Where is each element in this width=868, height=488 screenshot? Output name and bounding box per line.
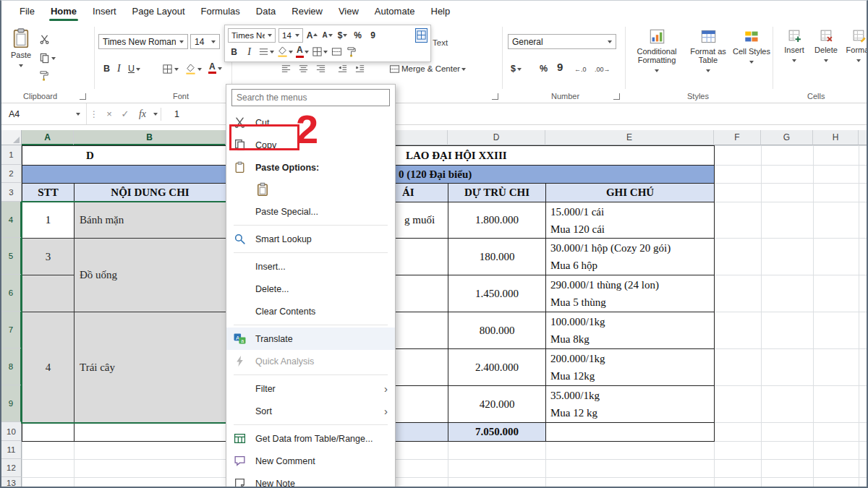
- merge-cells-mini-button[interactable]: [331, 45, 343, 59]
- cell-partial[interactable]: [859, 386, 868, 423]
- font-name-combo[interactable]: Times New Roman: [98, 34, 188, 49]
- cell-partial[interactable]: [859, 349, 868, 386]
- cell-d8[interactable]: 2.400.000: [448, 349, 546, 386]
- cell-h6[interactable]: [814, 275, 859, 312]
- cell-partial[interactable]: [859, 478, 868, 488]
- cell-g8[interactable]: [762, 349, 814, 386]
- cell-g9[interactable]: [762, 386, 814, 423]
- table-borders-active-button[interactable]: [415, 28, 427, 43]
- menu-item-filter[interactable]: Filter ›: [226, 377, 395, 400]
- cell-h3[interactable]: [814, 184, 859, 202]
- decrease-indent-button[interactable]: [337, 62, 348, 75]
- cell-f6[interactable]: [715, 275, 762, 312]
- increase-decimal-button[interactable]: ←.0: [574, 63, 587, 76]
- cell-f5[interactable]: [715, 239, 762, 275]
- menu-item-paste-special[interactable]: Paste Special...: [226, 200, 395, 223]
- tab-file[interactable]: File: [12, 1, 43, 22]
- alignment-dialog-launcher-icon[interactable]: [492, 93, 498, 100]
- row-header-6[interactable]: 6: [1, 275, 22, 312]
- formula-value[interactable]: 1: [174, 109, 179, 119]
- comma-style-mini-button[interactable]: 9: [367, 28, 379, 43]
- cell-d3-dutru[interactable]: DỰ TRÙ CHI: [448, 184, 546, 202]
- tab-help[interactable]: Help: [423, 1, 459, 22]
- cell-partial[interactable]: [859, 146, 868, 166]
- cell-e3-ghichu[interactable]: GHI CHÚ: [546, 184, 715, 202]
- cell-d5[interactable]: 180.000: [448, 239, 546, 275]
- cell-b4[interactable]: Bánh mặn: [75, 202, 226, 239]
- tab-formulas[interactable]: Formulas: [193, 1, 248, 22]
- cell-d4[interactable]: 1.800.000: [448, 202, 546, 239]
- select-all-corner[interactable]: [1, 130, 22, 145]
- cell-partial[interactable]: [859, 423, 868, 442]
- cell-f1[interactable]: [715, 146, 762, 166]
- insert-function-icon[interactable]: fx: [133, 108, 152, 120]
- italic-button[interactable]: I: [117, 62, 121, 75]
- column-header-e[interactable]: E: [545, 130, 714, 145]
- font-color-mini-button[interactable]: A: [296, 45, 309, 59]
- menu-item-translate[interactable]: Aa Translate: [226, 328, 395, 350]
- align-right-button[interactable]: [315, 62, 326, 75]
- cell-h5[interactable]: [814, 239, 859, 275]
- tab-automate[interactable]: Automate: [367, 1, 423, 22]
- borders-button[interactable]: [162, 62, 179, 75]
- percent-style-button[interactable]: %: [540, 62, 548, 75]
- cell-f12[interactable]: [715, 460, 762, 478]
- cancel-icon[interactable]: ×: [101, 108, 117, 119]
- cell-a4-active[interactable]: 1: [22, 202, 75, 239]
- borders-mini-button[interactable]: [312, 45, 328, 59]
- cell-g11[interactable]: [762, 442, 814, 460]
- cell-f2[interactable]: [715, 166, 762, 184]
- format-painter-button[interactable]: [39, 69, 50, 82]
- cell-d6[interactable]: 1.450.000: [448, 275, 546, 312]
- cell-d9[interactable]: 420.000: [448, 386, 546, 423]
- cell-h4[interactable]: [814, 202, 859, 239]
- column-header-g[interactable]: G: [761, 130, 813, 145]
- row-header-13[interactable]: 13: [1, 477, 22, 488]
- menu-item-cut[interactable]: Cut: [226, 111, 395, 134]
- row-header-11[interactable]: 11: [1, 441, 22, 459]
- column-header-partial[interactable]: [859, 130, 868, 145]
- enter-check-icon[interactable]: ✓: [117, 108, 133, 119]
- cell-f11[interactable]: [715, 442, 762, 460]
- cell-f9[interactable]: [715, 386, 762, 423]
- row-header-3[interactable]: 3: [1, 183, 22, 202]
- cell-e4[interactable]: 15.000/1 cáiMua 120 cái: [546, 202, 715, 239]
- row-header-4[interactable]: 4: [1, 202, 22, 238]
- column-header-b[interactable]: B: [74, 130, 226, 145]
- cell-b13[interactable]: [75, 478, 226, 488]
- cell-f8[interactable]: [715, 349, 762, 386]
- cell-e11[interactable]: [546, 442, 715, 460]
- percent-mini-button[interactable]: %: [352, 28, 364, 43]
- cell-a11[interactable]: [22, 442, 75, 460]
- cell-partial[interactable]: [859, 202, 868, 239]
- cell-g7[interactable]: [762, 312, 814, 349]
- name-box[interactable]: A4: [1, 103, 87, 124]
- insert-cells-button[interactable]: Insert: [780, 28, 809, 64]
- row-header-2[interactable]: 2: [1, 165, 22, 183]
- increase-indent-button[interactable]: [354, 62, 365, 75]
- cell-e10[interactable]: [546, 423, 715, 442]
- cell-g3[interactable]: [762, 184, 814, 202]
- cell-partial[interactable]: [859, 166, 868, 184]
- cell-g10[interactable]: [762, 423, 814, 442]
- paste-button[interactable]: Paste: [6, 28, 36, 69]
- cell-d12[interactable]: [448, 460, 546, 478]
- font-size-combo[interactable]: 14: [190, 34, 220, 49]
- cell-g1[interactable]: [762, 146, 814, 166]
- accounting-format-mini-button[interactable]: $: [336, 28, 349, 43]
- mini-font-name-combo[interactable]: Times Ne: [228, 28, 276, 43]
- cell-h2[interactable]: [814, 166, 859, 184]
- cell-e13[interactable]: [546, 478, 715, 488]
- cell-e8[interactable]: 200.000/1kgMua 12kg: [546, 349, 715, 386]
- cell-h7[interactable]: [814, 312, 859, 349]
- cell-partial[interactable]: [859, 312, 868, 349]
- menu-item-new-comment[interactable]: New Comment: [226, 450, 395, 472]
- row-header-5[interactable]: 5: [1, 238, 22, 275]
- cell-g13[interactable]: [762, 478, 814, 488]
- cell-b5-merged[interactable]: Đồ uống: [75, 239, 226, 312]
- fill-color-button[interactable]: [185, 62, 202, 75]
- menu-item-delete[interactable]: Delete...: [226, 278, 395, 300]
- row-header-12[interactable]: 12: [1, 459, 22, 477]
- comma-style-button[interactable]: 9: [557, 60, 563, 73]
- cell-g6[interactable]: [762, 275, 814, 312]
